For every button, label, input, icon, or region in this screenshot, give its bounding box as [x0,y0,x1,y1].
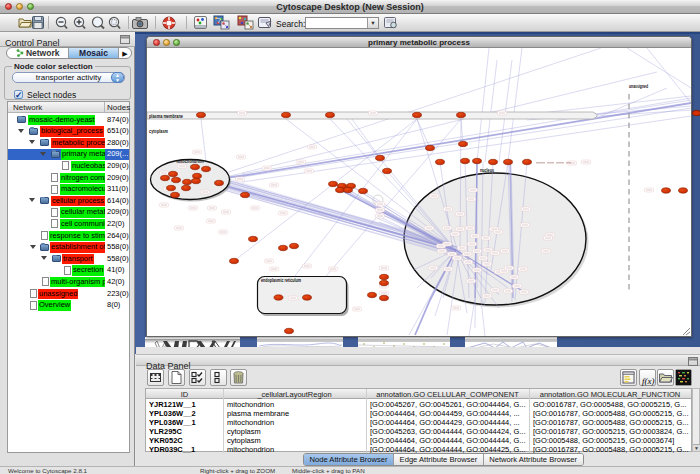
svg-text:nucleus: nucleus [480,167,494,173]
svg-text:unassigned: unassigned [629,83,648,89]
svg-text:mitochondrion: mitochondrion [177,158,204,164]
svg-text:endoplasmic reticulum: endoplasmic reticulum [261,277,301,283]
svg-text:plasma membrane: plasma membrane [149,113,184,119]
svg-text:cytoplasm: cytoplasm [149,128,168,134]
